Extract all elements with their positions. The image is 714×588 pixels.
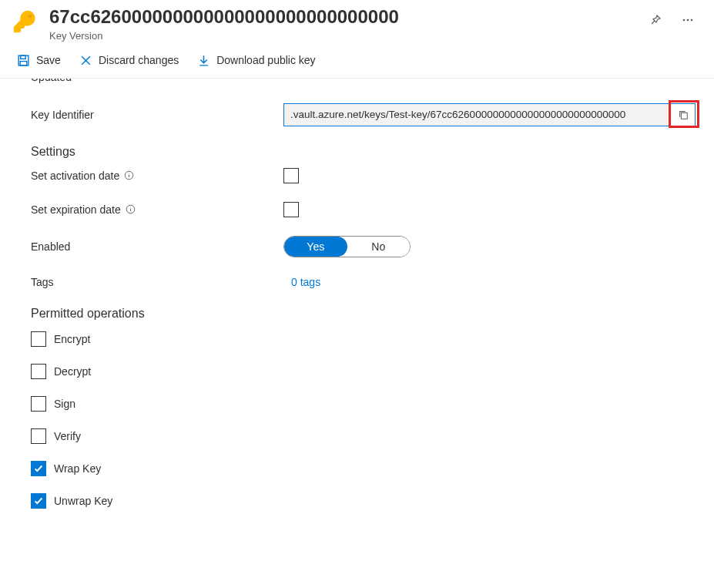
svg-rect-5 [21, 55, 25, 59]
enabled-yes-option[interactable]: Yes [284, 237, 347, 257]
save-button[interactable]: Save [9, 51, 69, 70]
permitted-operations-heading: Permitted operations [31, 307, 696, 321]
permitted-operation-item: Sign [31, 396, 696, 412]
content-area: Updated Key Identifier Settings Set acti… [0, 79, 714, 541]
enabled-label: Enabled [31, 240, 283, 253]
svg-rect-6 [20, 61, 27, 65]
copy-icon [678, 109, 689, 120]
updated-row-cut: Updated [31, 79, 696, 89]
expiration-date-checkbox[interactable] [283, 202, 299, 217]
permitted-operation-item: Encrypt [31, 331, 696, 347]
save-icon [17, 54, 30, 67]
page-header: 67cc626000000000000000000000000000 Key V… [0, 0, 714, 43]
svg-point-3 [691, 19, 693, 22]
close-icon [79, 54, 92, 67]
operation-checkbox[interactable] [31, 461, 46, 476]
enabled-row: Enabled Yes No [31, 236, 696, 257]
expiration-date-row: Set expiration date [31, 202, 696, 217]
download-public-key-button[interactable]: Download public key [189, 51, 323, 70]
permitted-operation-item: Decrypt [31, 364, 696, 379]
more-button[interactable] [679, 11, 697, 29]
operation-checkbox[interactable] [31, 396, 46, 412]
operation-label: Unwrap Key [54, 495, 112, 507]
operation-checkbox[interactable] [31, 493, 46, 509]
operation-checkbox[interactable] [31, 428, 46, 444]
permitted-operation-item: Wrap Key [31, 461, 696, 476]
key-identifier-label: Key Identifier [31, 109, 283, 121]
tags-row: Tags 0 tags [31, 276, 696, 288]
discard-button[interactable]: Discard changes [72, 51, 186, 70]
expiration-date-label: Set expiration date [31, 203, 121, 216]
operation-label: Encrypt [54, 333, 90, 345]
enabled-toggle[interactable]: Yes No [283, 236, 411, 257]
operation-checkbox[interactable] [31, 364, 46, 379]
operation-label: Sign [54, 398, 75, 410]
svg-rect-7 [681, 113, 687, 119]
activation-date-label: Set activation date [31, 170, 119, 182]
ellipsis-icon [682, 14, 694, 26]
download-icon [197, 54, 210, 67]
activation-date-row: Set activation date [31, 168, 696, 183]
page-title: 67cc626000000000000000000000000000 [49, 6, 646, 29]
svg-point-0 [28, 15, 32, 18]
info-icon[interactable] [126, 204, 136, 214]
permitted-operations-list: EncryptDecryptSignVerifyWrap KeyUnwrap K… [31, 331, 696, 509]
pin-icon [649, 14, 662, 26]
key-identifier-row: Key Identifier [31, 103, 696, 126]
operation-label: Decrypt [54, 365, 91, 378]
enabled-no-option[interactable]: No [347, 237, 411, 257]
tags-label: Tags [31, 276, 283, 288]
svg-point-1 [683, 19, 686, 22]
pin-button[interactable] [646, 11, 665, 29]
operation-checkbox[interactable] [31, 331, 46, 347]
tags-link[interactable]: 0 tags [283, 276, 320, 288]
operation-label: Verify [54, 430, 81, 442]
page-subtitle: Key Version [49, 30, 646, 42]
activation-date-checkbox[interactable] [283, 168, 299, 183]
svg-point-2 [687, 19, 689, 22]
operation-label: Wrap Key [54, 462, 101, 475]
command-bar: Save Discard changes Download public key [0, 43, 714, 79]
copy-key-identifier-button[interactable] [670, 104, 695, 126]
settings-heading: Settings [31, 145, 696, 159]
key-identifier-field-wrap [283, 103, 696, 126]
key-icon [9, 6, 40, 37]
permitted-operation-item: Verify [31, 428, 696, 444]
permitted-operation-item: Unwrap Key [31, 493, 696, 509]
info-icon[interactable] [124, 170, 134, 180]
key-identifier-input[interactable] [284, 104, 670, 126]
